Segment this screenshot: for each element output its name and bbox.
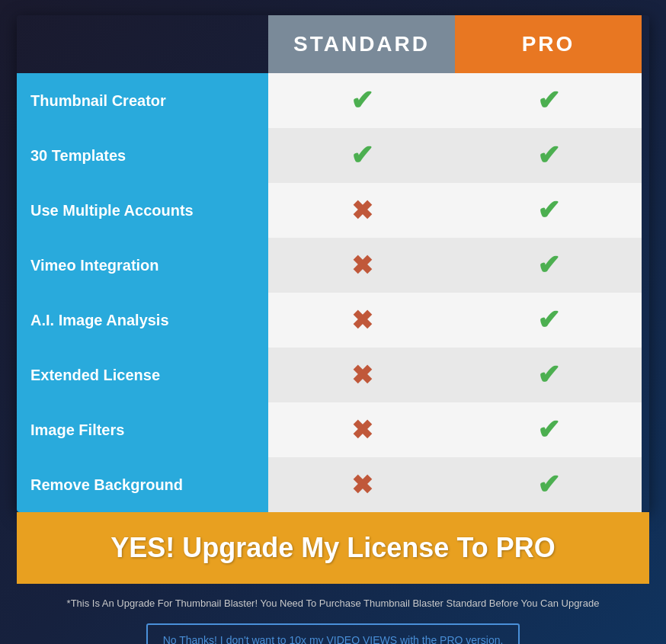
check-icon: ✔ — [537, 142, 560, 169]
standard-cell: ✖ — [268, 238, 455, 293]
feature-name: Use Multiple Accounts — [30, 202, 194, 219]
standard-cell: ✖ — [268, 402, 455, 457]
feature-cell: Extended License — [17, 348, 268, 402]
standard-cell: ✖ — [268, 183, 455, 238]
feature-cell: Use Multiple Accounts — [17, 183, 268, 238]
page-wrapper: STANDARD PRO Thumbnail Creator✔✔30 Templ… — [0, 0, 666, 644]
header-empty-cell — [17, 15, 268, 73]
feature-cell: Remove Background — [17, 457, 268, 512]
table-row: 30 Templates✔✔ — [17, 128, 649, 183]
table-row: Thumbnail Creator✔✔ — [17, 73, 649, 128]
check-icon: ✔ — [537, 87, 560, 114]
cross-icon: ✖ — [351, 472, 373, 498]
header-pro: PRO — [455, 15, 642, 73]
table-row: Vimeo Integration✖✔ — [17, 238, 649, 293]
table-row: A.I. Image Analysis✖✔ — [17, 293, 649, 348]
disclaimer: *This Is An Upgrade For Thumbnail Blaste… — [17, 596, 649, 610]
pro-cell: ✔ — [455, 183, 642, 238]
table-row: Extended License✖✔ — [17, 348, 649, 402]
check-icon: ✔ — [537, 197, 560, 224]
header-standard: STANDARD — [268, 15, 455, 73]
no-thanks-button[interactable]: No Thanks! I don't want to 10x my VIDEO … — [146, 623, 520, 644]
standard-cell: ✖ — [268, 293, 455, 348]
standard-cell: ✖ — [268, 348, 455, 402]
pro-label: PRO — [522, 32, 575, 56]
feature-cell: 30 Templates — [17, 128, 268, 183]
pro-cell: ✔ — [455, 348, 642, 402]
upgrade-button[interactable]: YES! Upgrade My License To PRO — [17, 512, 649, 584]
feature-cell: Image Filters — [17, 402, 268, 457]
check-icon: ✔ — [351, 142, 373, 169]
check-icon: ✔ — [537, 252, 560, 279]
feature-name: Vimeo Integration — [30, 257, 159, 274]
cross-icon: ✖ — [351, 252, 373, 278]
check-icon: ✔ — [537, 471, 560, 498]
feature-cell: A.I. Image Analysis — [17, 293, 268, 348]
table-header: STANDARD PRO — [17, 15, 649, 73]
no-thanks-label: No Thanks! I don't want to 10x my VIDEO … — [163, 634, 504, 644]
table-row: Remove Background✖✔ — [17, 457, 649, 512]
standard-label: STANDARD — [293, 32, 430, 56]
check-icon: ✔ — [351, 87, 373, 114]
feature-name: Image Filters — [30, 421, 124, 439]
feature-cell: Thumbnail Creator — [17, 73, 268, 128]
pro-cell: ✔ — [455, 293, 642, 348]
feature-cell: Vimeo Integration — [17, 238, 268, 293]
table-row: Image Filters✖✔ — [17, 402, 649, 457]
pro-cell: ✔ — [455, 238, 642, 293]
check-icon: ✔ — [537, 361, 560, 389]
upgrade-button-label: YES! Upgrade My License To PRO — [110, 532, 555, 564]
pro-cell: ✔ — [455, 402, 642, 457]
table-body: Thumbnail Creator✔✔30 Templates✔✔Use Mul… — [17, 73, 649, 512]
comparison-table: STANDARD PRO Thumbnail Creator✔✔30 Templ… — [17, 15, 649, 512]
disclaimer-text: *This Is An Upgrade For Thumbnail Blaste… — [67, 598, 600, 609]
cross-icon: ✖ — [351, 417, 373, 443]
pro-cell: ✔ — [455, 73, 642, 128]
standard-cell: ✔ — [268, 73, 455, 128]
cross-icon: ✖ — [351, 307, 373, 333]
check-icon: ✔ — [537, 306, 560, 334]
pro-cell: ✔ — [455, 457, 642, 512]
feature-name: Remove Background — [30, 476, 183, 494]
standard-cell: ✖ — [268, 457, 455, 512]
feature-name: Extended License — [30, 367, 160, 384]
cross-icon: ✖ — [351, 362, 373, 388]
feature-name: 30 Templates — [30, 147, 126, 165]
check-icon: ✔ — [537, 416, 560, 444]
table-row: Use Multiple Accounts✖✔ — [17, 183, 649, 238]
pro-cell: ✔ — [455, 128, 642, 183]
feature-name: A.I. Image Analysis — [30, 312, 169, 329]
cross-icon: ✖ — [351, 197, 373, 223]
feature-name: Thumbnail Creator — [30, 92, 166, 110]
standard-cell: ✔ — [268, 128, 455, 183]
